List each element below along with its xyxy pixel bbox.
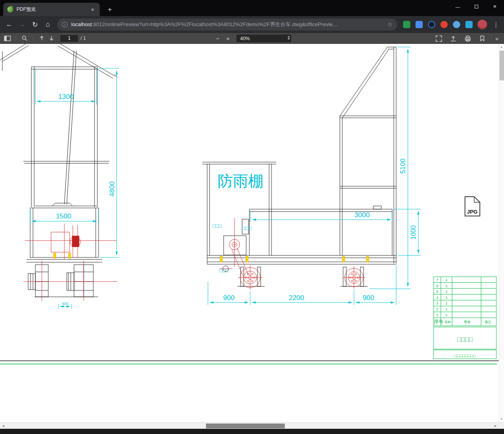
- window-bottom-edge: [0, 429, 504, 434]
- scroll-down-arrow[interactable]: ▼: [499, 416, 504, 422]
- scroll-left-arrow[interactable]: ◀: [0, 423, 6, 429]
- extension-icon-1[interactable]: [403, 21, 410, 28]
- pdf-viewer-toolbar: / 1 − + 40% »: [0, 33, 504, 44]
- vertical-scroll-thumb[interactable]: [500, 51, 504, 80]
- extension-icon-5[interactable]: [453, 21, 460, 28]
- tb-row-num: 3: [436, 301, 438, 305]
- bookmark-star-icon[interactable]: ☆: [387, 21, 393, 28]
- tb-row-num: 7: [436, 278, 438, 282]
- extension-icon-6[interactable]: [465, 21, 473, 28]
- page-number-input[interactable]: [60, 35, 78, 42]
- zoom-level-value: 40%: [240, 36, 250, 41]
- tb-row-num: 4: [436, 296, 438, 300]
- print-button[interactable]: [463, 34, 473, 43]
- extension-icon-4[interactable]: [440, 21, 448, 28]
- front-view: 1300 4800 1500 600: [0, 44, 119, 309]
- next-page-button[interactable]: [47, 34, 56, 43]
- reload-button[interactable]: ↻: [29, 19, 41, 31]
- maximize-button[interactable]: [467, 0, 485, 13]
- cad-drawing-canvas: 1300 4800 1500 600: [0, 44, 499, 422]
- page-count-label: / 1: [80, 35, 86, 41]
- zoom-out-button[interactable]: −: [212, 34, 223, 43]
- tb-row-num: 1: [436, 313, 438, 317]
- dim-1300: 1300: [58, 93, 74, 101]
- close-button[interactable]: ✕: [485, 0, 504, 13]
- profile-avatar[interactable]: [477, 20, 487, 29]
- title-block: 7 6 5 4 3 2 1 1 1 1 1 1 1 1 序号 名称 数量 备注 …: [434, 277, 496, 359]
- dim-900-left: 900: [223, 294, 235, 302]
- home-button[interactable]: ⌂: [42, 19, 54, 31]
- forward-button[interactable]: →: [16, 19, 28, 31]
- tb-row-qty: 1: [445, 301, 447, 305]
- dim-2200: 2200: [289, 294, 304, 302]
- tb-row-qty: 1: [445, 284, 447, 288]
- sheet-border: [0, 361, 499, 364]
- tb-row-num: 2: [436, 307, 438, 311]
- tab-title: PDF预览: [16, 6, 86, 13]
- shelter-label: 防雨棚: [218, 173, 263, 189]
- tab-favicon-leaf-icon: [6, 6, 14, 13]
- extensions-row: [403, 21, 473, 28]
- browser-tab[interactable]: PDF预览 ✕: [3, 3, 100, 16]
- address-bar[interactable]: i localhost:8012/onlinePreview?url=http%…: [57, 19, 397, 31]
- tb-col-note: 备注: [485, 320, 491, 324]
- dim-600: 600: [62, 302, 68, 306]
- url-path: :8012/onlinePreview?url=http%3A%2F%2Floc…: [92, 21, 337, 27]
- tb-row-qty: 1: [445, 296, 447, 300]
- tb-col-seq: 序号: [434, 319, 443, 325]
- tb-row-qty: 1: [445, 278, 447, 282]
- open-file-button[interactable]: [448, 34, 458, 43]
- jpg-label: JPG: [467, 209, 477, 215]
- tb-row-num: 5: [436, 290, 438, 294]
- horizontal-scroll-thumb[interactable]: [206, 424, 285, 428]
- presentation-mode-button[interactable]: [434, 34, 444, 43]
- zoom-level-select[interactable]: 40%: [237, 35, 291, 42]
- tb-row-num: 6: [436, 284, 438, 288]
- horizontal-scrollbar[interactable]: ◀ ▶: [0, 422, 504, 429]
- vertical-scrollbar[interactable]: ▲ ▼: [499, 44, 504, 422]
- browser-menu-icon[interactable]: ⋮: [491, 21, 501, 29]
- extension-icon-2[interactable]: [416, 21, 423, 28]
- zoom-select-arrows-icon: [288, 36, 290, 40]
- dim-1500: 1500: [56, 212, 71, 220]
- pdf-page-area: 1300 4800 1500 600: [0, 44, 504, 422]
- url-text[interactable]: localhost:8012/onlinePreview?url=http%3A…: [71, 21, 384, 28]
- new-tab-button[interactable]: +: [105, 4, 115, 15]
- dim-3000: 3000: [354, 211, 370, 219]
- tb-row-qty: 1: [445, 307, 447, 311]
- site-info-icon[interactable]: i: [62, 22, 68, 27]
- tb-col-name: 名称: [444, 320, 451, 324]
- toolbar-divider: [33, 35, 33, 41]
- scroll-right-arrow[interactable]: ▶: [492, 423, 499, 429]
- tb-col-qty: 数量: [464, 320, 471, 324]
- scroll-up-arrow[interactable]: ▲: [499, 44, 504, 50]
- browser-nav-toolbar: ← → ↻ ⌂ i localhost:8012/onlinePreview?u…: [0, 16, 504, 33]
- url-host: localhost: [71, 21, 92, 27]
- extension-icon-3[interactable]: [428, 21, 435, 28]
- maximize-icon: [475, 5, 478, 8]
- window-controls: — ✕: [448, 0, 504, 13]
- previous-page-button[interactable]: [37, 34, 47, 43]
- side-view: 防雨棚 3000 1000 5100 900 2200 900 □□□ □□□ …: [202, 47, 421, 305]
- bookmark-button[interactable]: [477, 34, 487, 43]
- dim-900-right: 900: [363, 294, 374, 302]
- jpg-placeholder-icon: JPG: [465, 197, 480, 216]
- tb-title: □□□□: [457, 336, 473, 343]
- minimize-button[interactable]: —: [448, 0, 467, 13]
- back-button[interactable]: ←: [3, 19, 15, 31]
- label-placeholder-b: □□□: [242, 225, 252, 231]
- sidebar-toggle-button[interactable]: [2, 34, 12, 43]
- label-placeholder-a: □□□: [212, 223, 222, 229]
- tb-row-qty: 1: [445, 290, 447, 294]
- browser-titlebar: PDF预览 ✕ + — ✕: [0, 0, 504, 16]
- dim-4800: 4800: [108, 181, 116, 197]
- search-button[interactable]: [20, 34, 29, 43]
- zoom-in-button[interactable]: +: [223, 34, 233, 43]
- toolbar-divider: [16, 35, 16, 41]
- tb-row-qty: 1: [445, 313, 447, 317]
- tab-close-icon[interactable]: ✕: [89, 6, 96, 13]
- pdf-toolbar-right: »: [434, 33, 502, 44]
- tb-footer: □□□□□□□□: [454, 353, 476, 358]
- more-tools-button[interactable]: »: [492, 34, 502, 43]
- dim-1000: 1000: [410, 225, 417, 240]
